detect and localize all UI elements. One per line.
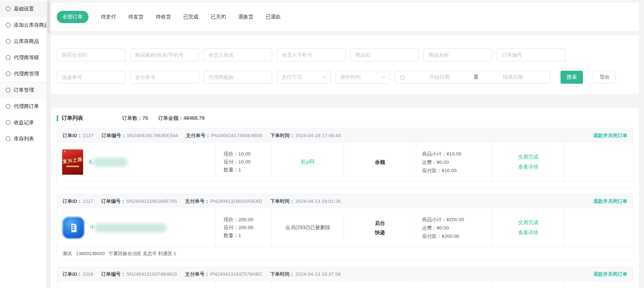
actions-cell: 交易完成查看详情 xyxy=(492,143,564,181)
order-status-link[interactable]: 交易完成 xyxy=(518,219,538,226)
product-cell xyxy=(57,282,215,288)
filter-row-2: 支付方式 操作时间 开始日期 至 结束日期 搜索 导出 xyxy=(57,71,633,84)
buyer-cell: 会员(2932)已被删除 xyxy=(271,209,344,247)
sidebar-item-5[interactable]: 订单管理 xyxy=(0,82,46,98)
sidebar-item-label: 收益记录 xyxy=(14,119,34,126)
filter-input-row2-1[interactable] xyxy=(130,71,199,84)
amounts-cell: 商品小计：¥200.00运费：¥0.00应付款：¥200.00 xyxy=(416,209,492,247)
sidebar-item-1[interactable]: 添加云库存商品 xyxy=(0,17,46,33)
product-cell: 复兴之路礼 xyxy=(57,143,215,181)
search-button[interactable]: 搜索 xyxy=(561,71,583,84)
scrollbar-thumb[interactable] xyxy=(47,1,50,34)
menu-circle-icon xyxy=(6,23,10,27)
sidebar-item-label: 添加云库存商品 xyxy=(14,22,49,29)
building-icon xyxy=(67,222,80,234)
order-header-pair: 订单编号：SN24041617463EE544 xyxy=(102,132,178,139)
refund-close-order-link[interactable]: 退款并关闭订单 xyxy=(593,271,628,278)
sidebar-item-label: 代理商等级 xyxy=(14,54,39,61)
operate-time-select[interactable]: 操作时间 xyxy=(336,71,390,84)
sidebar-item-0[interactable]: 基础设置 xyxy=(0,1,46,17)
tab-2[interactable]: 待发货 xyxy=(128,14,143,20)
filter-input-row2-2[interactable] xyxy=(203,71,272,84)
refund-close-order-link[interactable]: 退款并关闭订单 xyxy=(593,198,628,205)
tab-4[interactable]: 已完成 xyxy=(183,14,198,20)
order-content-row xyxy=(57,282,633,288)
title-accent-bar xyxy=(57,115,58,121)
pay-method-cell: 余额 xyxy=(344,143,416,181)
actions-cell: 交易完成查看详情 xyxy=(492,209,564,247)
tab-1[interactable]: 待支付 xyxy=(101,14,116,20)
order-block: 订单ID：2137订单编号：SN24041617463EE544支付单号：PN2… xyxy=(57,128,633,188)
empty-cell xyxy=(564,282,633,288)
refund-close-order-link[interactable]: 退款并关闭订单 xyxy=(593,132,628,139)
filter-input-row2-0[interactable] xyxy=(57,71,125,84)
sidebar-item-3[interactable]: 代理商等级 xyxy=(0,49,46,66)
tab-6[interactable]: 退换货 xyxy=(238,14,253,20)
amount-line: 应付款：¥200.00 xyxy=(422,232,492,240)
order-header-value: 2024-04-13 18:37:56 xyxy=(295,271,340,277)
menu-circle-icon xyxy=(6,88,10,92)
filter-input-row1-2[interactable] xyxy=(203,48,272,61)
amount-line: 商品小计：¥10.00 xyxy=(422,150,492,158)
product-name-text: 礼 xyxy=(89,159,94,165)
order-header-value: PN24041617464E4B00 xyxy=(211,133,262,138)
filter-input-row1-1[interactable] xyxy=(130,48,199,61)
product-name-text: 中 xyxy=(90,224,95,231)
order-header-pair: 订单编号：SN24041318374B4915 xyxy=(101,271,177,278)
sidebar-item-label: 云库存商品 xyxy=(14,38,39,45)
menu-circle-icon xyxy=(6,39,10,44)
order-status-link[interactable]: 交易完成 xyxy=(518,154,538,160)
date-range-separator: 至 xyxy=(474,74,479,80)
end-date-input[interactable]: 结束日期 xyxy=(481,74,545,80)
sidebar: 基础设置添加云库存商品云库存商品代理商等级代理商管理订单管理代理商订单收益记录库… xyxy=(0,0,46,288)
filter-input-row1-5[interactable] xyxy=(424,48,492,61)
menu-circle-icon xyxy=(6,6,10,11)
tab-5[interactable]: 已关闭 xyxy=(211,14,226,20)
product-image-red-poster: 复兴之路 xyxy=(62,149,83,175)
product-name[interactable]: 中 xyxy=(90,223,167,232)
order-content-row: 中现价：200.00应付：200.00数量：1会员(2932)已被删除后台快递商… xyxy=(57,209,633,247)
filter-input-row1-6[interactable] xyxy=(497,48,566,61)
export-button[interactable]: 导出 xyxy=(593,71,616,84)
product-name[interactable]: 礼 xyxy=(89,158,128,167)
sidebar-scrollbar[interactable] xyxy=(46,0,51,288)
sidebar-item-7[interactable]: 收益记录 xyxy=(0,114,46,131)
order-header-pair: 支付单号：PN24041617464E4B00 xyxy=(186,132,262,139)
order-header-pair: 订单ID：2137 xyxy=(63,132,94,139)
tab-0[interactable]: 全部订单 xyxy=(57,11,89,23)
order-status-tabs: 全部订单待支付待发货待收货已完成已关闭退换货已退款 xyxy=(57,11,281,23)
start-date-input[interactable]: 开始日期 xyxy=(407,74,472,80)
pay-method-cell: 后台快递 xyxy=(344,209,416,247)
filter-input-row1-4[interactable] xyxy=(350,48,419,61)
order-header-label: 支付单号： xyxy=(185,198,210,204)
tab-7[interactable]: 已退款 xyxy=(266,14,281,20)
price-line: 现价：10.00 xyxy=(224,150,271,158)
order-header-label: 支付单号： xyxy=(186,133,210,138)
filter-input-row1-0[interactable] xyxy=(57,48,125,61)
filter-input-row1-3[interactable] xyxy=(277,48,345,61)
order-header-pair: 订单ID：2116 xyxy=(63,271,93,278)
sidebar-item-6[interactable]: 代理商订单 xyxy=(0,98,46,114)
view-details-link[interactable]: 查看详情 xyxy=(518,230,538,236)
order-block: 订单ID：2116订单编号：SN24041318374B4915支付单号：PN2… xyxy=(57,267,633,288)
date-range-picker[interactable]: 开始日期 至 结束日期 xyxy=(395,71,550,84)
order-header-value: SN240413190169E765 xyxy=(126,198,177,204)
view-details-link[interactable]: 查看详情 xyxy=(518,164,538,170)
chevron-down-icon xyxy=(323,74,327,78)
buyer-name[interactable]: 机yi阿 xyxy=(301,159,314,165)
sidebar-item-label: 代理商订单 xyxy=(14,103,39,110)
tab-3[interactable]: 待收货 xyxy=(156,14,171,20)
order-header-pair: 下单时间：2024-04-13 19:01:26 xyxy=(270,198,341,205)
sidebar-item-2[interactable]: 云库存商品 xyxy=(0,33,46,49)
order-header-value: 2117 xyxy=(83,198,93,204)
menu-circle-icon xyxy=(6,136,10,141)
pay-method-select-placeholder: 支付方式 xyxy=(282,74,302,80)
price-cell: 现价：200.00应付：200.00数量：1 xyxy=(215,209,271,247)
pay-method-select[interactable]: 支付方式 xyxy=(277,71,331,84)
buyer-cell: 机yi阿 xyxy=(271,143,344,181)
order-count: 订单数：70 xyxy=(122,115,148,122)
sidebar-item-8[interactable]: 库存列表 xyxy=(0,131,46,147)
sidebar-item-4[interactable]: 代理商管理 xyxy=(0,66,46,82)
order-header-label: 订单编号： xyxy=(102,133,126,138)
amounts-cell xyxy=(416,282,492,288)
